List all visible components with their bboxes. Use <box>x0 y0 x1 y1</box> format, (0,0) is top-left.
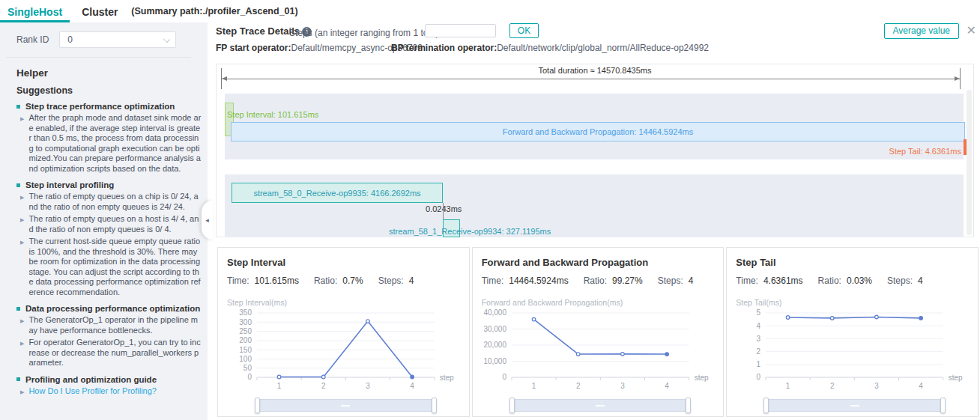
datazoom-slider[interactable] <box>764 399 945 412</box>
svg-text:4: 4 <box>919 382 924 390</box>
step-tail-label: Step Tail: 4.6361ms <box>889 147 961 156</box>
card-step-tail: Step Tail Time:4.6361ms Ratio:0.03% Step… <box>726 247 979 417</box>
datazoom-slider[interactable] <box>510 399 691 412</box>
svg-text:0: 0 <box>757 373 761 381</box>
svg-text:100: 100 <box>239 355 252 363</box>
svg-text:0: 0 <box>247 373 252 381</box>
y-axis-title: Step Tail(ms) <box>736 298 969 307</box>
triangle-bullet-icon: ▶ <box>20 316 24 335</box>
datazoom-grip <box>341 405 350 407</box>
rank-id-row: Rank ID 0 <box>16 31 176 48</box>
suggestion-item: ▶For operator GeneratorOp_1, you can try… <box>16 338 202 368</box>
bullet-square-icon <box>16 105 20 109</box>
helper-heading: Helper <box>16 67 48 79</box>
gap-duration-label: 0.0243ms <box>426 204 462 213</box>
svg-text:20,000: 20,000 <box>483 341 506 349</box>
card-metrics: Time:4.6361ms Ratio:0.03% Steps:4 <box>736 276 969 286</box>
close-icon[interactable]: ✕ <box>967 23 976 37</box>
svg-text:250: 250 <box>239 327 252 335</box>
bullet-square-icon <box>16 377 20 381</box>
top-tab-bar: SingleHost Cluster (Summary path:./profi… <box>0 0 980 22</box>
suggestion-section-title: Data processing performance optimization <box>16 304 202 313</box>
svg-text:200: 200 <box>239 336 252 344</box>
suggestion-item: ▶The ratio of empty queues on a chip is … <box>16 192 202 212</box>
datazoom-left-handle[interactable] <box>763 398 769 413</box>
y-axis-title: Forward and Backward Propagation(ms) <box>482 298 715 307</box>
datazoom-right-handle[interactable] <box>432 398 437 413</box>
sidebar-divider <box>6 57 191 58</box>
suggestions-heading: Suggestions <box>16 85 73 96</box>
datazoom-left-handle[interactable] <box>255 398 260 413</box>
arrow-right-icon <box>955 76 960 81</box>
bp-termination-operator-value: Default/network/clip/global_norm/AllRedu… <box>497 43 709 53</box>
svg-text:3: 3 <box>366 382 370 390</box>
datazoom-grip <box>596 405 605 407</box>
svg-text:3: 3 <box>620 382 625 390</box>
average-value-button[interactable]: Average value <box>884 23 960 39</box>
svg-text:0: 0 <box>502 373 506 381</box>
triangle-bullet-icon: ▶ <box>20 338 24 368</box>
card-fbp: Forward and Backward Propagation Time:14… <box>472 247 725 417</box>
collapse-arrow-icon: ◂ <box>205 216 209 224</box>
suggestion-section-title: Step trace performance optimization <box>16 102 202 111</box>
svg-text:4: 4 <box>410 382 414 390</box>
fbp-chart: 010,00020,00030,00040,0001234step <box>482 308 715 397</box>
svg-text:4: 4 <box>757 322 761 330</box>
summary-path: (Summary path:./profiler_Ascend_01) <box>131 6 297 22</box>
datazoom-grip <box>850 405 859 407</box>
card-step-interval: Step Interval Time:101.615ms Ratio:0.7% … <box>217 247 470 417</box>
card-title: Step Tail <box>736 257 969 268</box>
profiler-app: SingleHost Cluster (Summary path:./profi… <box>0 0 980 420</box>
step-tail-bar <box>964 139 967 155</box>
step-tail-chart: 0123451234step <box>736 308 969 397</box>
rank-id-select[interactable]: 0 <box>59 31 176 48</box>
chevron-down-icon <box>163 36 170 43</box>
total-duration-ruler <box>221 68 961 89</box>
sidebar-collapse-button[interactable]: ◂ <box>202 201 213 240</box>
svg-text:2: 2 <box>576 382 581 390</box>
svg-text:step: step <box>694 374 708 382</box>
svg-text:50: 50 <box>244 364 252 372</box>
svg-text:40,000: 40,000 <box>483 308 506 317</box>
bp-termination-operator-label: BP termination operator: <box>391 43 497 53</box>
fbp-bar: Forward and Backward Propagation: 14464.… <box>231 122 965 141</box>
datazoom-right-handle[interactable] <box>940 398 946 413</box>
suggestion-section-title: Step interval profiling <box>16 180 202 189</box>
bullet-square-icon <box>16 183 20 187</box>
tab-cluster[interactable]: Cluster <box>74 2 125 22</box>
triangle-bullet-icon: ▶ <box>20 215 24 234</box>
card-metrics: Time:14464.5924ms Ratio:99.27% Steps:4 <box>482 276 715 286</box>
stream1-label: stream_58_0_Receive-op9935: 4166.2692ms <box>253 189 420 198</box>
card-title: Step Interval <box>227 257 460 268</box>
svg-text:1: 1 <box>277 382 282 390</box>
helper-link-item[interactable]: ▶How Do I Use Profiler for Profiling? <box>16 386 202 398</box>
step-interval-label: Step Interval: 101.615ms <box>227 110 318 119</box>
triangle-bullet-icon: ▶ <box>20 192 24 212</box>
svg-text:150: 150 <box>239 346 252 354</box>
bullet-square-icon <box>16 307 20 311</box>
timeline-scrollbar[interactable] <box>967 90 972 235</box>
datazoom-left-handle[interactable] <box>509 398 515 413</box>
datazoom-slider[interactable] <box>255 399 436 412</box>
svg-text:1: 1 <box>786 382 790 390</box>
tab-singlehost[interactable]: SingleHost <box>0 2 70 22</box>
svg-text:1: 1 <box>757 360 761 368</box>
stream2-label: stream_58_1_Receive-op9934: 327.1195ms <box>389 227 551 236</box>
card-title: Forward and Backward Propagation <box>482 257 715 268</box>
svg-text:1: 1 <box>531 382 536 390</box>
steps-input[interactable] <box>425 24 496 37</box>
suggestion-item: ▶After the praph mode and dataset sink m… <box>16 113 202 174</box>
suggestion-item: ▶The GeneratorOp_1 operator in the pipel… <box>16 315 202 335</box>
step-trace-timeline: Total duration ≈ 14570.8435ms Step Inter… <box>216 64 974 237</box>
triangle-bullet-icon: ▶ <box>20 114 24 174</box>
svg-text:2: 2 <box>757 347 761 356</box>
arrow-left-icon <box>222 76 227 81</box>
metric-cards: Step Interval Time:101.615ms Ratio:0.7% … <box>217 247 979 417</box>
helper-sidebar: Rank ID 0 Helper Suggestions Step trace … <box>0 22 208 420</box>
ok-button[interactable]: OK <box>509 23 539 38</box>
datazoom-right-handle[interactable] <box>686 398 691 413</box>
card-metrics: Time:101.615ms Ratio:0.7% Steps:4 <box>227 276 460 286</box>
svg-text:step: step <box>949 374 963 382</box>
svg-text:300: 300 <box>239 318 252 326</box>
operator-info-row: FP start operator:Default/memcpy_async-o… <box>216 43 423 53</box>
